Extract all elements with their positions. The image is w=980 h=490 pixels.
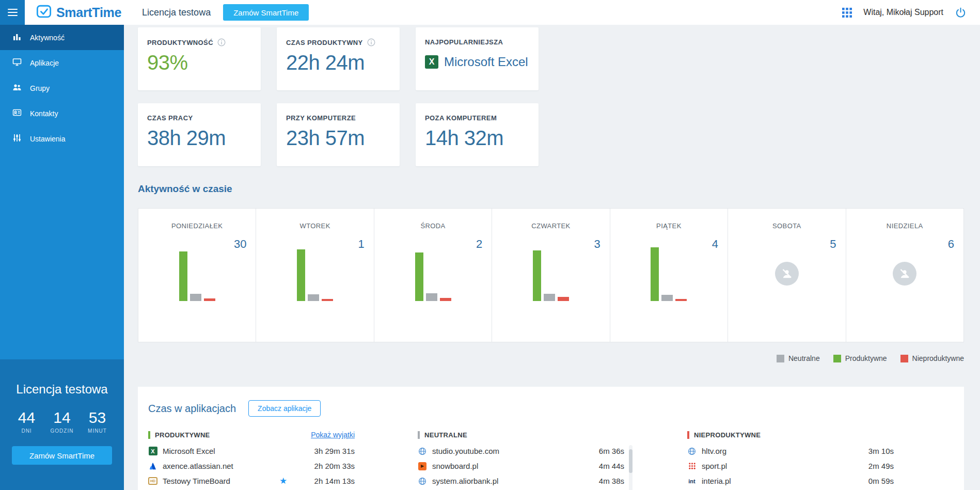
day-date: 3 [594,238,600,251]
license-days: 44 DNI [17,409,37,434]
contact-card-icon [12,108,22,119]
atlassian-icon [148,462,157,470]
show-exceptions-link[interactable]: Pokaż wyjątki [311,431,355,439]
license-countdown: 44 DNI 14 GODZIN 53 MINUT [0,409,124,434]
day-date: 2 [476,238,482,251]
activity-section-title: Aktywność w czasie [138,183,964,195]
no-activity-icon [893,262,916,286]
chart-day-sunday: NIEDZIELA 6 [846,209,963,342]
card-work-time: CZAS PRACY 38h 29m [138,103,261,166]
unproductive-bar [558,297,569,301]
sport-dots-icon [687,462,697,470]
brand-name: SmartTime [56,5,121,20]
most-popular-app-name[interactable]: Microsoft Excel [444,55,528,69]
globe-icon [687,447,697,455]
hamburger-icon [8,9,18,10]
unproductive-bar [204,298,215,301]
day-bars [256,249,373,301]
snowboard-icon: ▶ [418,462,427,470]
power-logout-icon[interactable] [955,7,967,19]
app-row: X Microsoft Excel 3h 29m 31s [148,444,355,459]
apps-column-productive: PRODUKTYWNE Pokaż wyjątki X Microsoft Ex… [148,430,355,488]
chart-day-saturday: SOBOTA 5 [728,209,845,342]
apps-grid-icon[interactable] [842,8,852,18]
productivity-value: 93% [147,51,251,74]
bar-chart-icon [12,32,22,43]
globe-icon [418,447,427,455]
app-logo[interactable]: SmartTime [36,4,121,21]
neutral-bar [308,294,319,301]
license-minutes: 53 MINUT [87,409,107,434]
menu-toggle-button[interactable] [0,0,25,25]
productive-swatch [833,355,841,362]
sliders-icon [12,133,22,144]
productive-marker [148,431,150,439]
unproductive-bar [440,298,451,301]
productive-bar [297,249,305,301]
sidebar-item-aplikacje[interactable]: Aplikacje [0,50,124,75]
exception-star-icon[interactable]: ★ [279,477,287,485]
order-smarttime-sidebar-button[interactable]: Zamów SmartTime [12,446,112,465]
unproductive-bar [675,299,687,301]
at-computer-value: 23h 57m [286,127,390,150]
list-scrollbar[interactable] [629,445,633,490]
apps-column-neutral: NEUTRALNE studio.youtube.com 6m 36s ▶ [418,430,624,488]
user-greeting: Witaj, Mikołaj Support [863,8,943,17]
day-bars [138,251,256,301]
day-bars [492,250,609,301]
card-at-computer: PRZY KOMPUTERZE 23h 57m [277,103,400,166]
unproductive-marker [687,431,689,439]
app-row: studio.youtube.com 6m 36s [418,444,624,459]
apps-time-panel: Czas w aplikacjach Zobacz aplikacje PROD… [138,387,964,490]
interia-icon: int [687,478,697,484]
no-activity-icon [775,262,799,286]
card-productivity: PRODUKTYWNOŚĆ 93% [138,27,261,90]
globe-icon [418,477,427,485]
chart-legend: Neutralne Produktywne Nieproduktywne [138,354,964,362]
card-label: CZAS PRACY [147,114,193,122]
neutral-bar [190,294,201,301]
productive-bar [415,252,423,301]
info-icon[interactable] [367,38,375,46]
sidebar-item-label: Ustawienia [30,135,65,143]
day-date: 6 [948,238,954,251]
license-panel: Licencja testowa 44 DNI 14 GODZIN 53 MIN… [0,359,124,490]
sidebar-item-label: Grupy [30,84,50,92]
day-date: 30 [234,238,246,251]
timeboard-icon: HD [148,477,157,485]
neutral-marker [418,431,420,439]
info-icon[interactable] [217,38,226,46]
scrollbar-thumb[interactable] [629,449,633,473]
main-content: PRODUKTYWNOŚĆ 93% CZAS PRODUKTYWNY 22h 2… [124,25,980,490]
app-row: hltv.org 3m 10s [687,444,894,459]
card-most-popular: NAJPOPULARNIEJSZA X Microsoft Excel [416,27,539,90]
sidebar-item-label: Aplikacje [30,59,59,67]
chart-day-wednesday: ŚRODA 2 [374,209,492,342]
monitor-icon [12,57,22,68]
card-label: POZA KOMPUTEREM [425,114,497,122]
summary-cards-row-1: PRODUKTYWNOŚĆ 93% CZAS PRODUKTYWNY 22h 2… [138,27,964,90]
unproductive-swatch [900,355,908,362]
legend-unproductive: Nieproduktywne [900,354,964,362]
sidebar-item-ustawienia[interactable]: Ustawienia [0,126,124,151]
view-apps-button[interactable]: Zobacz aplikacje [248,400,321,417]
sidebar-item-grupy[interactable]: Grupy [0,75,124,101]
app-row: sport.pl 2m 49s [687,459,894,473]
work-time-value: 38h 29m [147,127,251,150]
sidebar-item-label: Kontakty [30,109,58,118]
sidebar-item-kontakty[interactable]: Kontakty [0,101,124,126]
excel-icon: X [425,55,438,69]
app-row: ▶ snowboard.pl 4m 44s [418,459,624,473]
neutral-bar [661,295,673,301]
order-smarttime-button[interactable]: Zamów SmartTime [223,4,309,21]
license-panel-title: Licencja testowa [0,359,124,397]
license-hours: 14 GODZIN [51,409,74,434]
productive-time-value: 22h 24m [286,51,390,74]
unproductive-bar [322,299,333,301]
chart-day-tuesday: WTOREK 1 [256,209,373,342]
weekly-activity-chart: PONIEDZIAŁEK 30 WTOREK 1 ŚRODA [138,208,964,342]
sidebar-item-aktywnosc[interactable]: Aktywność [0,25,124,50]
sidebar-nav: Aktywność Aplikacje Grupy Kontakty [0,25,124,151]
neutral-swatch [777,355,784,362]
card-away-from-computer: POZA KOMPUTEREM 14h 32m [416,103,539,166]
